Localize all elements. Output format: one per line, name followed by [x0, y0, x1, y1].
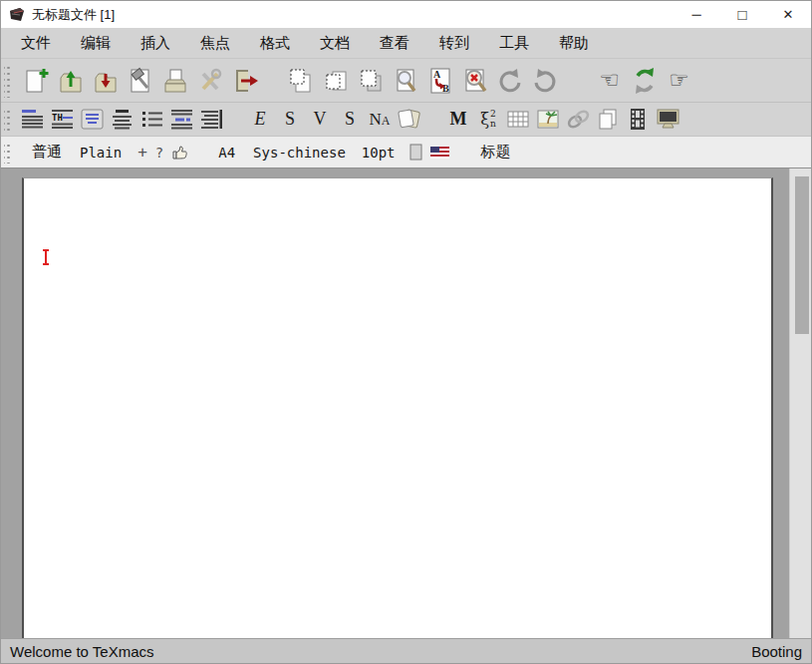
itemize-icon: [140, 109, 163, 130]
equation-icon: [170, 109, 193, 130]
forward-button[interactable]: ☞: [665, 63, 693, 99]
menu-item-format[interactable]: 格式: [257, 32, 293, 55]
texmacs-logo-icon: [9, 7, 25, 22]
text-cursor: [42, 249, 50, 265]
color-button[interactable]: [397, 106, 422, 134]
film-icon: [629, 108, 647, 131]
style-selector[interactable]: Plain: [80, 145, 122, 161]
redo-icon: [531, 67, 559, 95]
redo-button[interactable]: [530, 63, 559, 99]
paste-region-icon: [358, 66, 384, 96]
title-bar: 无标题文件 [1] ─ □ ✕: [1, 1, 811, 28]
undo-button[interactable]: [495, 63, 524, 99]
hammer-icon: [128, 66, 153, 96]
title-tag-button[interactable]: 标题: [481, 143, 511, 162]
name-letter: Na: [370, 110, 391, 130]
font-selector[interactable]: Sys-chinese: [253, 145, 346, 161]
copy-region-button[interactable]: [321, 63, 350, 99]
name-button[interactable]: Na: [367, 106, 393, 134]
search-icon: [393, 66, 418, 96]
replace-button[interactable]: A B: [425, 63, 454, 99]
copies-button[interactable]: [595, 106, 621, 134]
paper-size-selector[interactable]: A4: [218, 145, 235, 161]
menu-item-tools[interactable]: 工具: [496, 32, 532, 55]
emphasis-letter: E: [255, 109, 266, 130]
toolbar-grip-handle[interactable]: [4, 107, 12, 132]
math-button[interactable]: M: [445, 106, 471, 134]
abstract-button[interactable]: [79, 106, 105, 134]
menu-item-go[interactable]: 转到: [436, 32, 472, 55]
document-page[interactable]: [22, 177, 773, 638]
toolbar-grip-handle[interactable]: [4, 63, 12, 98]
formula-button[interactable]: ξ 2n: [475, 106, 501, 134]
open-file-button[interactable]: [56, 63, 85, 99]
equation-button[interactable]: [168, 106, 194, 134]
cut-region-button[interactable]: [286, 63, 315, 99]
animation-button[interactable]: [625, 106, 651, 134]
maximize-button[interactable]: □: [719, 1, 765, 28]
approve-button[interactable]: [171, 144, 188, 161]
preferences-button[interactable]: [195, 63, 224, 99]
itemize-button[interactable]: [138, 106, 164, 134]
svg-text:B: B: [442, 83, 449, 94]
texmacs-window: 无标题文件 [1] ─ □ ✕ 文件 编辑 插入 焦点 格式 文档 查看 转到 …: [0, 0, 812, 664]
menu-item-insert[interactable]: 插入: [137, 32, 173, 55]
spell-check-button[interactable]: [460, 63, 489, 99]
emphasis-button[interactable]: E: [247, 106, 273, 134]
cut-region-icon: [288, 66, 314, 96]
new-document-button[interactable]: [21, 63, 50, 99]
heading-button[interactable]: TH: [49, 106, 75, 134]
font-size-selector[interactable]: 10pt: [362, 145, 396, 161]
text-mode-selector[interactable]: 普通: [32, 143, 62, 162]
color-cards-icon: [397, 108, 422, 132]
scrollbar-thumb[interactable]: [795, 176, 809, 334]
menu-item-document[interactable]: 文档: [317, 32, 353, 55]
style-help-button[interactable]: ?: [155, 145, 163, 161]
status-message: Welcome to TeXmacs: [10, 643, 154, 660]
menu-item-file[interactable]: 文件: [18, 32, 54, 55]
sample-letter: S: [345, 109, 355, 130]
close-button[interactable]: ✕: [765, 1, 811, 28]
window-title: 无标题文件 [1]: [32, 6, 115, 24]
sample-button[interactable]: S: [337, 106, 363, 134]
menu-item-edit[interactable]: 编辑: [78, 32, 114, 55]
print-button[interactable]: [160, 63, 189, 99]
flush-right-button[interactable]: [198, 106, 224, 134]
heading-icon: TH: [51, 109, 74, 130]
main-toolbar: A B: [1, 59, 811, 102]
presentation-button[interactable]: [655, 106, 680, 134]
menu-item-view[interactable]: 查看: [377, 32, 412, 55]
section-button[interactable]: [109, 106, 135, 134]
undo-icon: [496, 67, 524, 95]
title-block-button[interactable]: [19, 106, 45, 134]
screen-icon: [656, 109, 680, 130]
heading-th-label: TH: [52, 113, 63, 123]
search-button[interactable]: [391, 63, 419, 99]
page-layout-button[interactable]: [409, 144, 422, 161]
back-button[interactable]: ☜: [595, 63, 624, 99]
add-style-button[interactable]: +: [137, 143, 147, 162]
paste-region-button[interactable]: [356, 63, 385, 99]
forward-hand-icon: ☞: [669, 69, 689, 92]
compile-button[interactable]: [126, 63, 154, 99]
strong-button[interactable]: S: [277, 106, 303, 134]
thumb-up-icon: [171, 144, 188, 161]
abstract-icon: [81, 109, 104, 130]
quit-button[interactable]: [230, 63, 259, 99]
menu-item-help[interactable]: 帮助: [556, 32, 592, 55]
replace-icon: A B: [427, 66, 453, 96]
menu-item-focus[interactable]: 焦点: [197, 32, 233, 55]
minimize-button[interactable]: ─: [674, 1, 719, 28]
save-file-icon: [93, 66, 119, 96]
link-button[interactable]: [565, 106, 591, 134]
refresh-button[interactable]: [630, 63, 659, 99]
formula-icon: ξ 2n: [480, 110, 496, 129]
exit-icon: [231, 66, 259, 96]
image-button[interactable]: [535, 106, 561, 134]
language-button[interactable]: [430, 147, 449, 159]
toolbar-grip-handle[interactable]: [4, 141, 12, 164]
verbatim-button[interactable]: V: [307, 106, 333, 134]
vertical-scrollbar[interactable]: [789, 168, 811, 638]
save-file-button[interactable]: [91, 63, 120, 99]
table-button[interactable]: [505, 106, 531, 134]
